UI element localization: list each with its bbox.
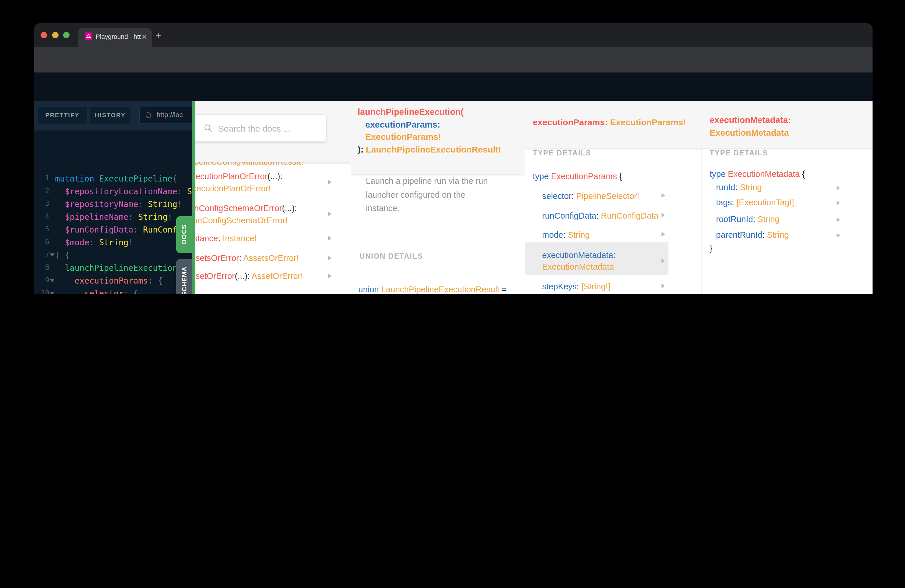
docs-item-assetsOrError[interactable]: assetsOrError: AssetsOrError! (195, 252, 299, 264)
docs-column-type2: executionMetadata:ExecutionMetadataTYPE … (701, 101, 872, 294)
field-header: launchPipelineExecution(executionParams:… (351, 101, 525, 174)
tab-close-icon[interactable]: ✕ (141, 33, 147, 41)
code-line: $repositoryLocationName: String! (55, 185, 192, 197)
field-header-text: executionMetadata:ExecutionMetadata (710, 114, 791, 139)
chevron-right-icon[interactable] (328, 274, 332, 278)
close-window-button[interactable] (40, 32, 47, 38)
fold-arrow-icon[interactable] (50, 292, 54, 294)
type-declaration: type ExecutionMetadata { (710, 169, 805, 179)
chrome-toolbar: localhost:3333/graphql Guest (34, 47, 873, 73)
line-number: 1 (34, 174, 49, 182)
code-line: $repositoryName: String! (55, 197, 182, 210)
endpoint-value: http://loc (157, 111, 183, 119)
code-line: $mode: String! (55, 236, 133, 248)
editor-toolbar: PRETTIFY HISTORY http://loc (34, 101, 192, 130)
field-description: Launch a pipeline run via the runlaunche… (366, 175, 488, 215)
type-field-runId[interactable]: runId: String (716, 183, 762, 192)
docs-resize-handle[interactable] (192, 101, 195, 294)
line-number: 5 (34, 225, 49, 233)
line-number: 7 (34, 250, 49, 258)
union-declaration: union LaunchPipelineExecutionResult = (358, 285, 507, 294)
union-details-header: UNION DETAILS (359, 252, 423, 261)
browser-window: Playground - http://localhost:3 ✕ + loca… (34, 23, 873, 294)
replay-icon (144, 111, 152, 119)
docs-side-tab[interactable]: DOCS (176, 216, 192, 253)
chevron-right-icon[interactable] (662, 193, 665, 198)
code-line: executionParams: { (55, 274, 163, 287)
type-declaration: type ExecutionParams { (533, 172, 622, 181)
chevron-right-icon[interactable] (328, 256, 332, 261)
search-placeholder: Search the docs ... (218, 123, 291, 133)
minimize-window-button[interactable] (52, 32, 58, 38)
chevron-right-icon[interactable] (837, 201, 840, 205)
chevron-right-icon[interactable] (662, 259, 665, 263)
line-number: 4 (34, 212, 49, 220)
chevron-right-icon[interactable] (328, 236, 332, 241)
chrome-tabstrip: Playground - http://localhost:3 ✕ + (34, 23, 873, 47)
docs-column-field: launchPipelineExecution(executionParams:… (351, 101, 525, 294)
line-number: 10 (34, 289, 49, 294)
code-line: selector: { (55, 287, 138, 294)
chevron-right-icon[interactable] (837, 186, 840, 190)
docs-panel: DOCS SCHEMA PipelineConfigValidationResu… (192, 101, 873, 294)
tab-title: Playground - http://localhost:3 (96, 33, 141, 42)
line-number: 9 (34, 276, 49, 284)
line-number: 8 (34, 263, 49, 271)
playground-header: M ExecutePipeline ✕ + (34, 73, 873, 101)
search-icon (203, 124, 213, 133)
query-code-editor[interactable]: 1mutation ExecutePipeline(2 $repositoryL… (34, 130, 192, 294)
type-field-mode[interactable]: mode: String (542, 229, 590, 241)
screenshot: Playground - http://localhost:3 ✕ + loca… (0, 0, 905, 294)
code-line: launchPipelineExecution( (55, 261, 182, 274)
endpoint-input[interactable]: http://loc (139, 106, 192, 123)
docs-search-header: Search the docs ... (195, 101, 351, 162)
docs-search-input[interactable]: Search the docs ... (195, 115, 326, 141)
type-details-header: TYPE DETAILS (533, 149, 591, 157)
chevron-right-icon[interactable] (328, 180, 332, 184)
type-details-header: TYPE DETAILS (710, 149, 768, 157)
type-field-executionMetadata[interactable]: executionMetadata:ExecutionMetadata (542, 250, 615, 273)
docs-item-runConfigSchemaOrError[interactable]: runConfigSchemaOrError(...):RunConfigSch… (195, 202, 297, 227)
fold-arrow-icon[interactable] (50, 279, 54, 283)
code-line: ) { (55, 248, 70, 261)
docs-item-instance[interactable]: instance: Instance! (195, 232, 257, 245)
prettify-button[interactable]: PRETTIFY (38, 106, 87, 123)
chevron-right-icon[interactable] (662, 213, 665, 218)
type-field-runConfigData[interactable]: runConfigData: RunConfigData (542, 210, 658, 221)
history-button[interactable]: HISTORY (90, 106, 130, 123)
docs-column-search: PipelineConfigValidationResult!execution… (195, 101, 351, 294)
argument-header: executionParams: ExecutionParams! (525, 101, 701, 148)
line-number: 3 (34, 199, 49, 207)
docs-item-executionPlanOrError[interactable]: executionPlanOrError(...):ExecutionPlanO… (195, 170, 283, 195)
query-editor-panel: PRETTIFY HISTORY http://loc 1mutation Ex… (34, 101, 192, 294)
type-close-brace: } (710, 243, 713, 253)
type-field-parentRunId[interactable]: parentRunId: String (716, 230, 789, 240)
chevron-right-icon[interactable] (837, 233, 840, 238)
schema-side-tab[interactable]: SCHEMA (176, 259, 192, 294)
fold-arrow-icon[interactable] (50, 253, 54, 257)
docs-item-assetOrError[interactable]: assetOrError(...): AssetOrError! (195, 270, 303, 283)
line-number: 2 (34, 186, 49, 195)
new-tab-button[interactable]: + (156, 31, 161, 41)
field-header: executionMetadata:ExecutionMetadata (701, 101, 872, 148)
field-signature: launchPipelineExecution(executionParams:… (358, 105, 501, 156)
code-line: $runConfigData: RunConfigData! (55, 223, 192, 236)
graphql-favicon (85, 32, 92, 40)
browser-tab[interactable]: Playground - http://localhost:3 ✕ (78, 28, 152, 47)
chevron-right-icon[interactable] (328, 211, 332, 216)
type-field-stepKeys[interactable]: stepKeys: [String!] (542, 281, 610, 292)
type-field-selector[interactable]: selector: PipelineSelector! (542, 190, 639, 202)
type-field-tags[interactable]: tags: [ExecutionTag!] (716, 198, 794, 207)
code-line: mutation ExecutePipeline( (55, 172, 178, 185)
type-field-rootRunId[interactable]: rootRunId: String (716, 215, 780, 224)
chevron-right-icon[interactable] (662, 284, 665, 288)
chevron-right-icon[interactable] (662, 232, 665, 237)
code-line: $pipelineName: String! (55, 210, 173, 223)
argument-header-text: executionParams: ExecutionParams! (533, 117, 686, 127)
zoom-window-button[interactable] (63, 32, 69, 38)
line-number: 6 (34, 237, 49, 246)
chevron-right-icon[interactable] (837, 218, 840, 222)
docs-column-type: executionParams: ExecutionParams!TYPE DE… (525, 101, 702, 294)
